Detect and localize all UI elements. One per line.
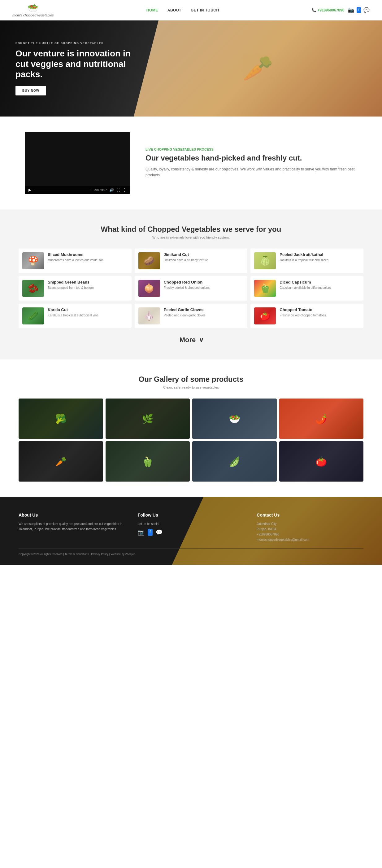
product-image: 🫘 [22,280,44,297]
gallery-item[interactable]: 🫑 [106,441,190,482]
product-name: Snipped Green Beans [48,280,94,284]
product-name: Peeled Jackfruit/kathal [280,252,328,257]
navbar: 🥗 mom's chopped vegetables HOME ABOUT GE… [0,0,382,21]
buy-now-button[interactable]: BUY NOW [15,86,46,95]
hero-content: FORGET THE HUSTLE OF CHOPPING VEGETABLES… [0,29,155,108]
more-button[interactable]: More ∨ [19,336,363,344]
product-image: 🍈 [254,252,276,269]
product-info: Karela Cut Karela is a tropical & subtro… [48,307,98,318]
gallery-item[interactable]: 🌶️ [279,399,364,439]
gallery-item[interactable]: 🫛 [192,441,277,482]
product-info: Diced Capsicum Capsicum available in dif… [280,280,331,290]
footer-contact: Contact Us Jalandhar City Punjab, INDIA … [256,513,363,542]
product-description: Jimikand have a crunchy texture [164,258,208,262]
gallery-item[interactable]: 🥦 [19,399,103,439]
product-card[interactable]: 🫘 Snipped Green Beans Beans snipped from… [19,276,132,301]
logo-icon: 🥗 [28,3,38,13]
product-name: Diced Capsicum [280,280,331,284]
video-controls: ▶ 0:00 / 0:37 🔊 ⛶ ⋮ [25,186,130,194]
product-image: 🧄 [138,307,160,324]
volume-icon[interactable]: 🔊 [109,188,114,192]
footer: About Us We are suppliers of premium qua… [0,497,382,565]
instagram-footer-icon[interactable]: 📷 [138,529,145,536]
whatsapp-icon[interactable]: 💬 [363,7,370,13]
footer-about-text: We are suppliers of premium quality pre-… [19,521,126,532]
product-description: Karela is a tropical & subtropical vine [48,313,98,318]
product-info: Chopped Tomato Freshly picked chopped to… [280,307,326,318]
nav-home[interactable]: HOME [146,8,158,12]
product-image: 🥔 [138,252,160,269]
product-image: 🍅 [254,307,276,324]
video-player[interactable]: ▶ 0:00 / 0:37 🔊 ⛶ ⋮ [25,132,130,194]
nav-right: 📞 +918968067890 📷 f 💬 [312,7,370,13]
product-card[interactable]: 🧅 Chopped Red Onion Freshly peeled & cho… [135,276,248,301]
footer-copyright: Copyright ©2020 All rights reserved | Te… [19,553,135,556]
products-grid: 🍄 Sliced Mushrooms Mushrooms have a low … [19,249,363,328]
product-card[interactable]: 🧄 Peeled Garlic Cloves Peeled and clean … [135,304,248,328]
video-progress-bar[interactable] [34,190,91,190]
product-image: 🫑 [254,280,276,297]
product-card[interactable]: 🥒 Karela Cut Karela is a tropical & subt… [19,304,132,328]
nav-about[interactable]: ABOUT [168,8,181,12]
products-subtitle: Who are in extremely love with eco frien… [19,236,363,239]
products-title: What kind of Chopped Vegetables we serve… [19,225,363,234]
hero-bg-image: 🥕 [134,21,382,117]
product-info: Peeled Jackfruit/kathal Jackfruit is a t… [280,252,328,262]
gallery-title: Our Gallery of some products [19,375,363,384]
product-card[interactable]: 🍄 Sliced Mushrooms Mushrooms have a low … [19,249,132,273]
whatsapp-footer-icon[interactable]: 💬 [156,529,163,536]
product-name: Chopped Tomato [280,307,326,312]
gallery-item[interactable]: 🌿 [106,399,190,439]
product-card[interactable]: 🫑 Diced Capsicum Capsicum available in d… [250,276,363,301]
product-name: Sliced Mushrooms [48,252,103,257]
hero-subtitle: FORGET THE HUSTLE OF CHOPPING VEGETABLES [15,41,139,44]
product-info: Peeled Garlic Cloves Peeled and clean ga… [164,307,206,318]
gallery-subtitle: Clean, safe, ready-to-use vegetables [19,385,363,389]
product-description: Beans snipped from top & bottom [48,286,94,290]
facebook-icon[interactable]: f [357,7,361,13]
logo-text: mom's chopped vegetables [12,13,54,17]
product-description: Freshly peeled & chopped onions [164,286,210,290]
product-description: Jackfruit is a tropical fruit and sliced [280,258,328,262]
video-control-icons: 🔊 ⛶ ⋮ [109,188,126,192]
product-card[interactable]: 🍈 Peeled Jackfruit/kathal Jackfruit is a… [250,249,363,273]
gallery-section: Our Gallery of some products Clean, safe… [0,360,382,497]
video-tag: LIVE CHOPPING VEGETABLES PROCESS. [145,148,357,151]
nav-contact[interactable]: GET IN TOUCH [191,8,219,12]
footer-content: About Us We are suppliers of premium qua… [19,513,363,542]
product-info: Snipped Green Beans Beans snipped from t… [48,280,94,290]
footer-follow-subtitle: Let us be social [138,521,245,527]
gallery-item[interactable]: 🍅 [279,441,364,482]
footer-bottom: Copyright ©2020 All rights reserved | Te… [19,549,363,556]
footer-phone[interactable]: +918968067890 [256,532,363,537]
video-description: Quality, loyally, consistency & honesty … [145,166,357,178]
product-card[interactable]: 🍅 Chopped Tomato Freshly picked chopped … [250,304,363,328]
facebook-footer-icon[interactable]: f [148,529,152,536]
product-image: 🍄 [22,252,44,269]
video-section: ▶ 0:00 / 0:37 🔊 ⛶ ⋮ LIVE CHOPPING VEGETA… [0,117,382,210]
footer-email[interactable]: momschoppedvegetables@gmail.com [256,537,363,542]
footer-follow-title: Follow Us [138,513,245,518]
instagram-icon[interactable]: 📷 [348,7,354,13]
product-description: Freshly picked chopped tomatoes [280,313,326,318]
footer-contact-title: Contact Us [256,513,363,518]
logo[interactable]: 🥗 mom's chopped vegetables [12,3,54,17]
product-name: Chopped Red Onion [164,280,210,284]
gallery-item[interactable]: 🥕 [19,441,103,482]
product-info: Sliced Mushrooms Mushrooms have a low ca… [48,252,103,262]
nav-social-icons: 📷 f 💬 [348,7,370,13]
footer-state: Punjab, INDIA [256,527,363,532]
footer-social-icons: 📷 f 💬 [138,529,245,536]
product-description: Capsicum available in different colors [280,286,331,290]
footer-city: Jalandhar City [256,521,363,527]
fullscreen-icon[interactable]: ⛶ [116,188,120,192]
play-button[interactable]: ▶ [29,188,31,192]
nav-phone[interactable]: 📞 +918968067890 [312,8,344,12]
more-options-icon[interactable]: ⋮ [123,188,126,192]
product-info: Chopped Red Onion Freshly peeled & chopp… [164,280,210,290]
footer-about-title: About Us [19,513,126,518]
product-card[interactable]: 🥔 Jimikand Cut Jimikand have a crunchy t… [135,249,248,273]
gallery-item[interactable]: 🥗 [192,399,277,439]
video-time: 0:00 / 0:37 [94,188,107,191]
product-name: Peeled Garlic Cloves [164,307,206,312]
